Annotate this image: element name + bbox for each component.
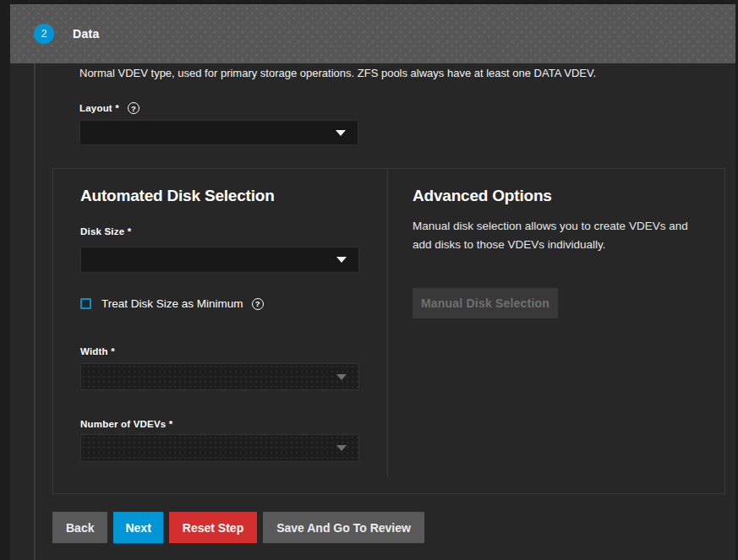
treat-disk-size-minimum-label: Treat Disk Size as Minimum: [101, 297, 243, 310]
disk-selection-card: Automated Disk Selection Disk Size * Tre…: [52, 168, 725, 494]
advanced-options-description: Manual disk selection allows you to crea…: [413, 217, 707, 255]
disk-size-label: Disk Size *: [80, 226, 131, 237]
width-label: Width *: [80, 346, 115, 356]
chevron-down-icon: [336, 130, 346, 136]
save-and-go-to-review-button[interactable]: Save And Go To Review: [263, 512, 424, 543]
treat-disk-size-minimum-checkbox[interactable]: [80, 298, 91, 309]
chevron-down-icon: [336, 374, 347, 380]
layout-label-text: Layout *: [79, 103, 119, 113]
step-number-badge: 2: [34, 24, 54, 44]
layout-help-icon[interactable]: ?: [128, 102, 139, 114]
layout-field-label: Layout * ?: [79, 102, 139, 114]
chevron-down-icon: [336, 445, 347, 451]
treat-disk-size-minimum-row[interactable]: Treat Disk Size as Minimum ?: [80, 297, 264, 310]
step-title: Data: [73, 27, 100, 41]
advanced-options-title: Advanced Options: [413, 187, 552, 205]
layout-select[interactable]: [79, 120, 358, 145]
disk-size-select[interactable]: [80, 247, 359, 273]
chevron-down-icon: [336, 257, 347, 263]
automated-disk-selection-title: Automated Disk Selection: [80, 187, 275, 205]
wizard-actions: Back Next Reset Step Save And Go To Revi…: [52, 512, 424, 543]
number-of-vdevs-select: [80, 434, 359, 462]
back-button[interactable]: Back: [52, 512, 107, 543]
width-select: [80, 363, 359, 390]
manual-disk-selection-button[interactable]: Manual Disk Selection: [413, 288, 558, 318]
number-of-vdevs-label: Number of VDEVs *: [80, 419, 172, 429]
vdev-description-text: Normal VDEV type, used for primary stora…: [79, 67, 620, 79]
data-step-panel: 2 Data Normal VDEV type, used for primar…: [10, 4, 735, 560]
stepper-connector-line: [34, 63, 36, 560]
card-column-divider: [387, 169, 388, 477]
step-header[interactable]: 2 Data: [10, 4, 735, 63]
treat-disk-size-help-icon[interactable]: ?: [252, 298, 264, 310]
reset-step-button[interactable]: Reset Step: [169, 512, 257, 543]
next-button[interactable]: Next: [113, 512, 162, 543]
